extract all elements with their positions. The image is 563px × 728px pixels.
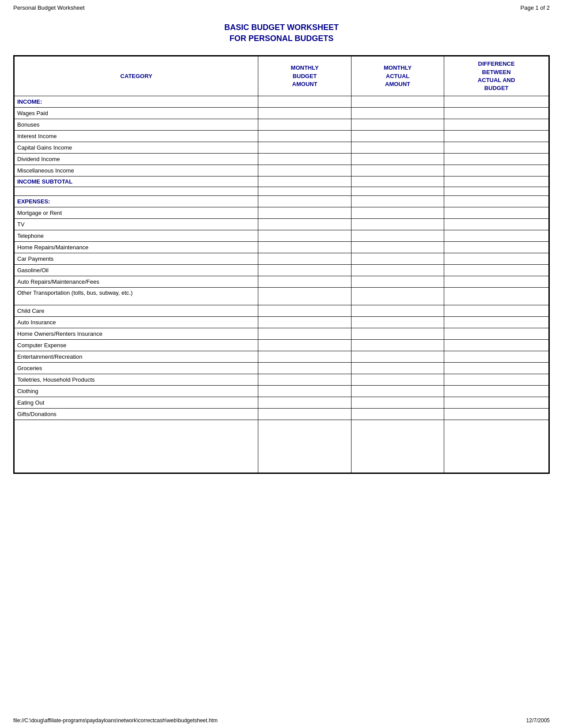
- row-actual: [351, 108, 444, 119]
- row-budget: [258, 207, 351, 219]
- row-label: Dividend Income: [15, 154, 258, 165]
- income-header-diff: [444, 96, 549, 108]
- row-budget: [258, 242, 351, 253]
- row-diff: [444, 276, 549, 288]
- header-category: CATEGORY: [15, 56, 258, 96]
- row-budget: [258, 142, 351, 154]
- row-actual: [351, 265, 444, 276]
- row-diff: [444, 363, 549, 374]
- table-row: Telephone: [15, 230, 549, 242]
- row-diff: [444, 397, 549, 409]
- row-budget: [258, 340, 351, 351]
- row-label: Interest Income: [15, 131, 258, 142]
- table-row: Home Repairs/Maintenance: [15, 242, 549, 253]
- row-budget: [258, 219, 351, 230]
- row-label: Toiletries, Household Products: [15, 374, 258, 386]
- header-difference: DIFFERENCEBETWEENACTUAL ANDBUDGET: [444, 56, 549, 96]
- row-budget: [258, 230, 351, 242]
- row-actual: [351, 165, 444, 176]
- row-actual: [351, 397, 444, 409]
- row-diff: [444, 165, 549, 176]
- expenses-header-diff: [444, 196, 549, 207]
- row-budget: [258, 374, 351, 386]
- page-footer: file://C:\doug\affiliate-programs\payday…: [0, 717, 563, 724]
- row-diff: [444, 242, 549, 253]
- row-actual: [351, 119, 444, 131]
- row-actual: [351, 253, 444, 265]
- row-diff: [444, 253, 549, 265]
- row-label: Telephone: [15, 230, 258, 242]
- row-actual: [351, 363, 444, 374]
- table-row: Home Owners/Renters Insurance: [15, 328, 549, 340]
- income-subtotal-budget: [258, 176, 351, 187]
- row-actual: [351, 131, 444, 142]
- table-header: CATEGORY MONTHLYBUDGETAMOUNT MONTHLYACTU…: [15, 56, 549, 96]
- row-actual: [351, 305, 444, 317]
- row-label: Mortgage or Rent: [15, 207, 258, 219]
- table-row: Toiletries, Household Products: [15, 374, 549, 386]
- table-row: Other Transportation (tolls, bus, subway…: [15, 288, 549, 305]
- row-budget: [258, 397, 351, 409]
- file-path: file://C:\doug\affiliate-programs\payday…: [13, 717, 218, 724]
- row-diff: [444, 119, 549, 131]
- page-number: Page 1 of 2: [521, 4, 550, 11]
- worksheet-title: BASIC BUDGET WORKSHEET FOR PERSONAL BUDG…: [0, 22, 563, 44]
- row-diff: [444, 409, 549, 420]
- row-label: Home Owners/Renters Insurance: [15, 328, 258, 340]
- row-diff: [444, 305, 549, 317]
- income-subtotal-diff: [444, 176, 549, 187]
- table-row: TV: [15, 219, 549, 230]
- header-monthly-actual: MONTHLYACTUALAMOUNT: [351, 56, 444, 96]
- row-actual: [351, 230, 444, 242]
- row-diff: [444, 386, 549, 397]
- row-label: Miscellaneous Income: [15, 165, 258, 176]
- row-budget: [258, 165, 351, 176]
- table-row: Groceries: [15, 363, 549, 374]
- row-label: Car Payments: [15, 253, 258, 265]
- row-actual: [351, 207, 444, 219]
- table-row: Computer Expense: [15, 340, 549, 351]
- empty-section: [15, 420, 549, 473]
- row-diff: [444, 131, 549, 142]
- row-diff: [444, 328, 549, 340]
- row-label: Entertainment/Recreation: [15, 351, 258, 363]
- row-label: Eating Out: [15, 397, 258, 409]
- row-label: Bonuses: [15, 119, 258, 131]
- income-header-budget: [258, 96, 351, 108]
- row-label: Gifts/Donations: [15, 409, 258, 420]
- row-budget: [258, 288, 351, 305]
- row-diff: [444, 265, 549, 276]
- income-subtotal-row: INCOME SUBTOTAL: [15, 176, 549, 187]
- row-label: TV: [15, 219, 258, 230]
- row-actual: [351, 351, 444, 363]
- spacer-row: [15, 187, 549, 196]
- row-actual: [351, 154, 444, 165]
- header-monthly-budget: MONTHLYBUDGETAMOUNT: [258, 56, 351, 96]
- expenses-header-label: EXPENSES:: [15, 196, 258, 207]
- row-diff: [444, 142, 549, 154]
- row-label: Groceries: [15, 363, 258, 374]
- row-actual: [351, 219, 444, 230]
- row-budget: [258, 305, 351, 317]
- row-budget: [258, 154, 351, 165]
- row-label: Gasoline/Oil: [15, 265, 258, 276]
- expenses-header-actual: [351, 196, 444, 207]
- row-actual: [351, 386, 444, 397]
- row-label: Auto Repairs/Maintenance/Fees: [15, 276, 258, 288]
- row-budget: [258, 328, 351, 340]
- row-budget: [258, 119, 351, 131]
- row-diff: [444, 108, 549, 119]
- row-budget: [258, 108, 351, 119]
- row-budget: [258, 317, 351, 328]
- row-budget: [258, 386, 351, 397]
- income-header-label: INCOME:: [15, 96, 258, 108]
- row-diff: [444, 219, 549, 230]
- income-header-actual: [351, 96, 444, 108]
- row-actual: [351, 142, 444, 154]
- row-actual: [351, 317, 444, 328]
- row-label: Computer Expense: [15, 340, 258, 351]
- row-budget: [258, 253, 351, 265]
- row-budget: [258, 351, 351, 363]
- table-row: Eating Out: [15, 397, 549, 409]
- row-label: Wages Paid: [15, 108, 258, 119]
